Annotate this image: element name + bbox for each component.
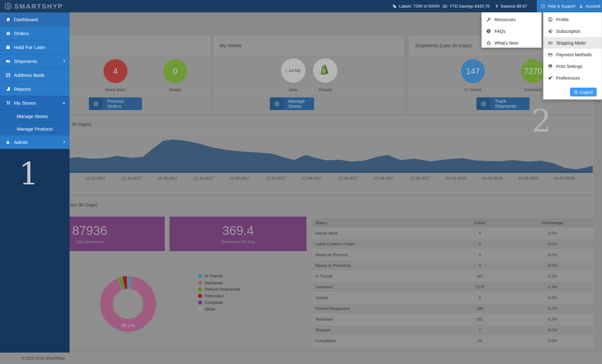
table-cell: 8.3% [512,281,594,292]
table-cell: Label Creation Failed [312,238,448,249]
brand-text: SMARTSHYP [14,3,63,10]
process-orders-button[interactable]: Process Orders [89,97,142,110]
x-tick-label: 12-28-2017 [367,176,401,181]
total-shipments-value: 87936 [72,224,107,238]
legend-item-refund-requested: Refund Requested [198,287,240,292]
star-icon [486,40,494,46]
table-cell: 7270 [448,281,512,292]
menu-item-preferences[interactable]: Preferences [543,72,602,84]
sidebar-item-admin[interactable]: Admin [0,135,70,149]
manage-stores-button[interactable]: Manage Stores [270,97,314,110]
menu-item-resources[interactable]: Resources [482,14,541,25]
table-cell: 0.2% [512,303,594,314]
legend-dot-icon [198,300,202,305]
x-tick-label: 12-20-2017 [222,176,257,181]
x-tick-label: 12-16-2017 [150,176,185,181]
table-cell: 147 [448,271,512,281]
credit-card-icon [548,52,556,57]
help-support-menu-button[interactable]: ? Help & Support [537,0,575,12]
navbar-item-balance: $Balance $9.67 [495,0,527,12]
x-tick-label: 01-01-2018 [439,176,474,181]
svg-text:S: S [7,4,9,9]
menu-item-label: Subscription [556,29,580,34]
table-cell: 251 [448,314,512,324]
legend-dot-icon [198,294,202,298]
sidebar-item-reports[interactable]: Reports [0,82,70,96]
navbar-item-labels: Labels: 7290 of 50000 [392,0,440,12]
table-header-count: Count [448,218,512,228]
copyright-text: © 2015-2018 SmartShyp [21,356,65,361]
menu-item-label: Profile [556,17,569,22]
pie-icon [6,87,10,91]
table-cell: Voided [312,292,448,303]
menu-item-payment-methods[interactable]: Payment Methods [543,49,602,60]
idcard-icon [6,73,10,77]
menu-item-faqs[interactable]: ?FAQs [482,25,541,37]
x-tick-label: 12-12-2017 [78,176,113,181]
table-header-status: Status [312,218,448,228]
sidebar-item-label: Shipments [14,59,37,64]
table-cell: Delivered [312,281,448,292]
menu-item-shipping-meter[interactable]: Shipping Meter [543,37,602,49]
shipments-per-day-box: 369.4 Shipments Per Day [170,217,307,251]
table-header-percentage: Percentage [512,218,594,228]
dollar-icon: $ [495,4,499,9]
sidebar-item-manage-products[interactable]: Manage Products [0,122,70,135]
donut-center-label: 92.1% [106,323,150,328]
sidebar-item-my-stores[interactable]: My Stores [0,96,70,110]
tag-icon [392,4,397,9]
logout-label: Logout [580,90,593,95]
my-stores-card-header: My Stores [214,36,403,55]
table-row: Label Creation Failed00.0% [312,238,594,249]
sidebar-item-orders[interactable]: Orders [0,26,70,40]
sidebar-item-address-book[interactable]: Address Book [0,68,70,82]
legend-item-complete: Complete [198,300,223,305]
account-label: Account [586,4,600,9]
store-avatar-shopify[interactable]: S [313,58,338,83]
table-cell: 0 [448,292,512,303]
truck-icon [6,59,11,64]
menu-item-what-s-new[interactable]: What's New [482,37,541,49]
legend-dot-icon [198,274,202,278]
printer-icon [548,64,556,69]
sidebar-item-label: Reports [14,86,31,92]
menu-item-label: Resources [494,17,516,22]
table-cell: Completed [312,335,448,346]
logout-button[interactable]: Logout [570,88,597,96]
sidebar-item-dashboard[interactable]: Dashboard [0,12,70,26]
shipments-per-day-label: Shipments Per Day [221,240,255,244]
my-stores-card: My Stores JANEJaneSShopifyManage Stores [214,36,404,113]
track-shipments-button[interactable]: Track Shipments [476,97,530,110]
x-tick-label: 01-07-2018 [547,176,582,181]
x-tick-label: 01-03-2018 [475,176,510,181]
store-avatar-jane[interactable]: JANE [281,58,306,83]
legend-label: Delivered [205,281,223,285]
area-chart [10,133,593,173]
menu-item-profile[interactable]: Profile [543,14,602,25]
stat-label: Need Work [90,87,141,92]
sidebar-item-label: Address Book [14,72,45,78]
table-row: Refunded2510.3% [312,314,594,324]
svg-text:S: S [322,67,326,74]
power-icon [574,90,578,94]
table-row: Refund Requested1900.2% [312,303,594,314]
table-cell: 0 [448,260,512,271]
account-menu-button[interactable]: Account [575,0,602,12]
table-cell: 0.3% [512,314,594,324]
table-cell: 4 [448,228,512,238]
legend-dot-icon [198,281,202,285]
menu-item-print-settings[interactable]: Print Settings [543,60,602,72]
table-row: Shipped70.0% [312,324,594,335]
brand[interactable]: S SMARTSHYP [4,0,63,12]
gears-icon [548,76,556,80]
sidebar-item-hold-for-later[interactable]: Hold For Later [0,40,70,54]
sidebar-item-shipments[interactable]: Shipments [0,54,70,68]
menu-item-subscription[interactable]: Subscription [543,25,602,37]
sidebar-item-manage-stores[interactable]: Manage Stores [0,110,70,122]
svg-text:?: ? [542,5,544,8]
footer: © 2015-2018 SmartShyp [0,353,602,364]
total-shipments-label: Total Shipments [76,240,104,244]
button-label: Track Shipments [490,97,530,110]
my-stores-card-title: My Stores [220,43,242,48]
sidebar-item-label: Dashboard [14,17,38,22]
